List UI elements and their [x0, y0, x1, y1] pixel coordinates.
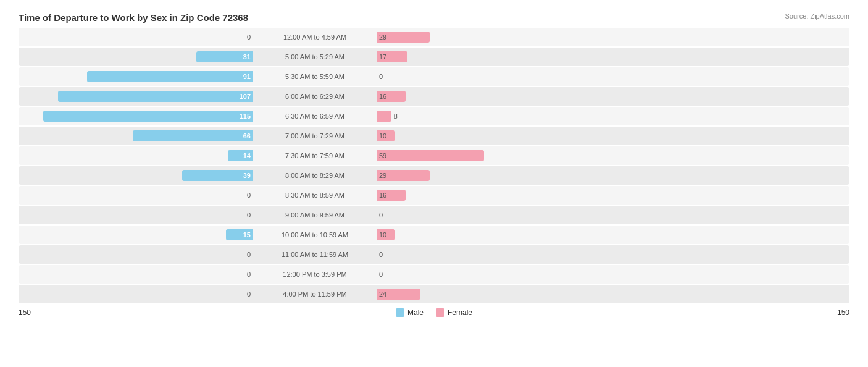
- time-label: 5:00 AM to 5:29 AM: [253, 53, 377, 61]
- left-bar-area: 91: [19, 71, 253, 82]
- legend: Male Female: [396, 308, 472, 317]
- legend-male: Male: [396, 308, 424, 317]
- time-label: 8:00 AM to 8:29 AM: [253, 172, 377, 179]
- left-bar-area: 15: [19, 229, 253, 240]
- chart-row: 0 8:30 AM to 8:59 AM 16: [19, 186, 849, 205]
- left-bar-area: 14: [19, 150, 253, 161]
- left-bar-area: 31: [19, 51, 253, 62]
- left-bar-area: 107: [19, 91, 253, 102]
- right-bar-area: 0: [377, 271, 611, 278]
- left-bar-area: 0: [19, 251, 253, 258]
- right-bar-area: 0: [377, 73, 611, 80]
- chart-container: Time of Departure to Work by Sex in Zip …: [0, 0, 868, 367]
- female-bar: 10: [377, 229, 395, 240]
- chart-row: 14 7:30 AM to 7:59 AM 59: [19, 146, 849, 165]
- right-bar-area: 29: [377, 170, 611, 181]
- chart-footer: 150 Male Female 150: [19, 308, 849, 317]
- chart-row: 39 8:00 AM to 8:29 AM 29: [19, 166, 849, 185]
- female-bar: 24: [377, 289, 420, 300]
- male-bar: 31: [196, 51, 253, 62]
- right-bar-area: 0: [377, 251, 611, 258]
- time-label: 12:00 AM to 4:59 AM: [253, 33, 377, 41]
- male-bar: 115: [43, 111, 253, 122]
- right-bar-area: 10: [377, 229, 611, 240]
- male-legend-box: [396, 308, 404, 317]
- time-label: 5:30 AM to 5:59 AM: [253, 73, 377, 80]
- male-bar: 39: [182, 170, 253, 181]
- chart-title: Time of Departure to Work by Sex in Zip …: [19, 12, 849, 23]
- left-bar-area: 0: [19, 271, 253, 278]
- time-label: 10:00 AM to 10:59 AM: [253, 231, 377, 238]
- left-bar-area: 0: [19, 192, 253, 199]
- footer-right-value: 150: [819, 308, 849, 317]
- chart-area: 0 12:00 AM to 4:59 AM 29 31 5:00 AM to 5…: [19, 28, 849, 303]
- source-text: Source: ZipAtlas.com: [785, 12, 849, 20]
- male-bar: 15: [226, 229, 253, 240]
- female-legend-box: [436, 308, 444, 317]
- left-bar-area: 39: [19, 170, 253, 181]
- left-bar-area: 0: [19, 33, 253, 41]
- chart-row: 91 5:30 AM to 5:59 AM 0: [19, 67, 849, 86]
- time-label: 6:00 AM to 6:29 AM: [253, 93, 377, 100]
- male-bar: 66: [133, 130, 253, 141]
- time-label: 6:30 AM to 6:59 AM: [253, 112, 377, 120]
- chart-row: 107 6:00 AM to 6:29 AM 16: [19, 87, 849, 106]
- right-bar-area: 17: [377, 51, 611, 62]
- female-bar: 59: [377, 150, 484, 161]
- female-bar: 16: [377, 91, 406, 102]
- right-bar-area: 0: [377, 211, 611, 219]
- male-bar: 107: [58, 91, 253, 102]
- chart-row: 66 7:00 AM to 7:29 AM 10: [19, 127, 849, 145]
- female-legend-label: Female: [448, 308, 472, 317]
- legend-female: Female: [436, 308, 472, 317]
- chart-row: 0 11:00 AM to 11:59 AM 0: [19, 245, 849, 264]
- male-bar: 91: [87, 71, 253, 82]
- female-bar: [377, 111, 391, 122]
- right-bar-area: 16: [377, 190, 611, 201]
- time-label: 7:00 AM to 7:29 AM: [253, 132, 377, 140]
- time-label: 12:00 PM to 3:59 PM: [253, 271, 377, 278]
- time-label: 7:30 AM to 7:59 AM: [253, 152, 377, 159]
- chart-row: 0 12:00 AM to 4:59 AM 29: [19, 28, 849, 46]
- male-legend-label: Male: [407, 308, 424, 317]
- time-label: 8:30 AM to 8:59 AM: [253, 192, 377, 199]
- left-bar-area: 0: [19, 211, 253, 219]
- female-bar: 16: [377, 190, 406, 201]
- footer-left-value: 150: [19, 308, 49, 317]
- right-bar-area: 16: [377, 91, 611, 102]
- right-bar-area: 59: [377, 150, 611, 161]
- left-bar-area: 66: [19, 130, 253, 141]
- chart-row: 0 9:00 AM to 9:59 AM 0: [19, 206, 849, 224]
- chart-row: 0 4:00 PM to 11:59 PM 24: [19, 285, 849, 303]
- right-bar-area: 8: [377, 111, 611, 122]
- female-bar: 29: [377, 32, 430, 43]
- female-bar: 10: [377, 130, 395, 141]
- time-label: 9:00 AM to 9:59 AM: [253, 211, 377, 219]
- female-bar: 29: [377, 170, 430, 181]
- male-bar: 14: [228, 150, 253, 161]
- chart-row: 0 12:00 PM to 3:59 PM 0: [19, 265, 849, 284]
- time-label: 11:00 AM to 11:59 AM: [253, 251, 377, 258]
- chart-row: 115 6:30 AM to 6:59 AM 8: [19, 107, 849, 125]
- female-bar: 17: [377, 51, 407, 62]
- right-bar-area: 24: [377, 289, 611, 300]
- chart-row: 15 10:00 AM to 10:59 AM 10: [19, 226, 849, 244]
- left-bar-area: 0: [19, 290, 253, 298]
- time-label: 4:00 PM to 11:59 PM: [253, 290, 377, 298]
- right-bar-area: 10: [377, 130, 611, 141]
- right-bar-area: 29: [377, 32, 611, 43]
- left-bar-area: 115: [19, 111, 253, 122]
- chart-row: 31 5:00 AM to 5:29 AM 17: [19, 48, 849, 66]
